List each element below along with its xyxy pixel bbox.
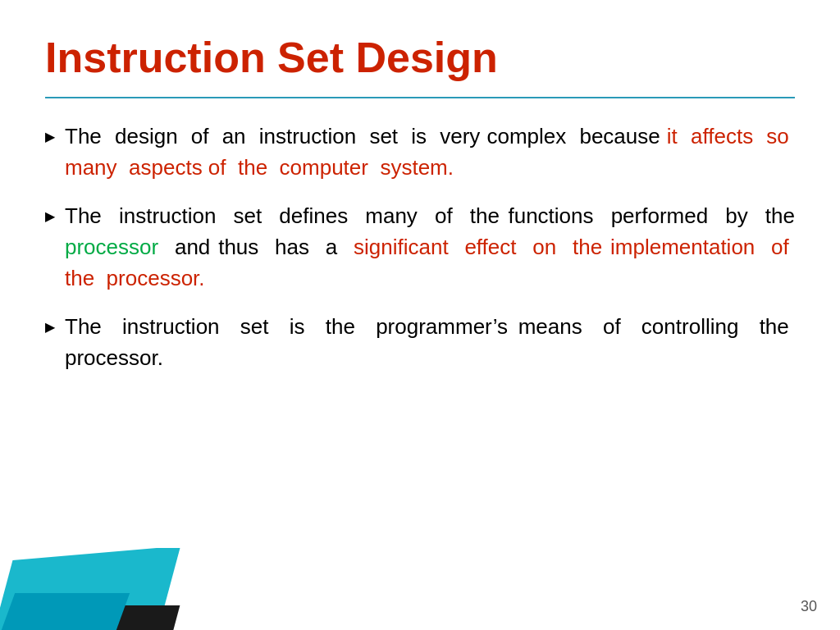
bullet-1-normal-1: The design of an instruction set is very… bbox=[65, 124, 667, 148]
bullet-item-3: The instruction set is the programmer’s … bbox=[45, 312, 795, 373]
bullet-text-3: The instruction set is the programmer’s … bbox=[65, 312, 795, 373]
page-number: 30 bbox=[801, 598, 817, 615]
bullet-item-1: The design of an instruction set is very… bbox=[45, 121, 795, 183]
bullet-2-normal-1: The instruction set defines many of the … bbox=[65, 203, 795, 228]
bullet-2-green-1: processor bbox=[65, 235, 158, 259]
bullet-list: The design of an instruction set is very… bbox=[45, 121, 795, 374]
bullet-arrow-2 bbox=[45, 205, 55, 226]
bullet-arrow-3 bbox=[45, 316, 55, 337]
title-divider bbox=[45, 97, 795, 98]
bottom-decoration bbox=[0, 548, 180, 630]
slide-container: Instruction Set Design The design of an … bbox=[0, 0, 840, 630]
bullet-2-normal-2: and thus has a bbox=[158, 235, 354, 259]
bullet-text-1: The design of an instruction set is very… bbox=[65, 121, 795, 183]
bullet-item-2: The instruction set defines many of the … bbox=[45, 201, 795, 294]
bullet-3-normal-1: The instruction set is the programmer’s … bbox=[65, 314, 795, 370]
deco-teal2-shape bbox=[0, 593, 130, 630]
bullet-text-2: The instruction set defines many of the … bbox=[65, 201, 795, 294]
slide-title: Instruction Set Design bbox=[45, 33, 795, 82]
bullet-arrow-1 bbox=[45, 126, 55, 147]
